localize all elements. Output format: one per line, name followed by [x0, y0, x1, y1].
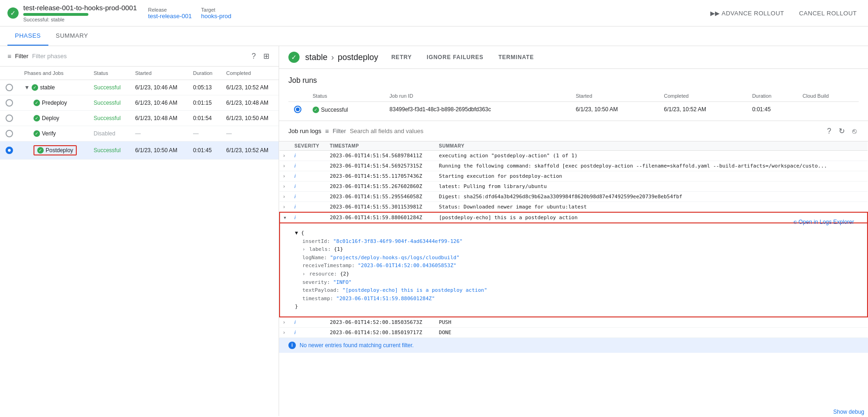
- jr-col-cloud-build: Cloud Build: [797, 90, 859, 102]
- log-table: SEVERITY TIMESTAMP SUMMARY › i 2023-06-0…: [279, 141, 868, 338]
- log-section: Job run logs ≡ Filter ? ↻ ⎋ SEVERITY: [279, 121, 868, 416]
- table-row[interactable]: ✓ Postdeploy Successful 6/1/23, 10:50 AM…: [0, 141, 279, 160]
- log-row[interactable]: › i 2023-06-01T14:51:54.569257315Z Runni…: [280, 161, 868, 171]
- expand-icon[interactable]: ›: [283, 194, 285, 199]
- release-link[interactable]: test-release-001: [148, 13, 192, 20]
- log-filter-bar: Job run logs ≡ Filter ? ↻ ⎋: [279, 121, 868, 141]
- target-link[interactable]: hooks-prod: [201, 13, 231, 20]
- log-severity: i: [294, 319, 295, 325]
- success-check-icon: ✓: [7, 7, 19, 19]
- log-row[interactable]: › i 2023-06-01T14:51:55.117057436Z Start…: [280, 171, 868, 182]
- header-meta: Release test-release-001 Target hooks-pr…: [148, 7, 231, 20]
- log-summary: Running the following command: skaffold …: [435, 161, 868, 171]
- log-help-icon-button[interactable]: ?: [825, 125, 833, 137]
- verify-completed: —: [220, 126, 279, 141]
- phases-table: Phases and Jobs Status Started Duration …: [0, 67, 279, 160]
- log-row-expanded[interactable]: ▾ i 2023-06-01T14:51:59.880601284Z [post…: [280, 212, 868, 223]
- tab-phases[interactable]: PHASES: [7, 27, 48, 46]
- radio-stable[interactable]: [6, 84, 13, 91]
- phase-check-icon: ✓: [288, 52, 300, 63]
- log-timestamp: 2023-06-01T14:52:00.185019717Z: [326, 327, 435, 337]
- help-icon-button[interactable]: ?: [250, 50, 258, 62]
- log-search-input[interactable]: [350, 128, 821, 135]
- terminate-button[interactable]: TERMINATE: [494, 52, 537, 62]
- stable-duration: 0:05:13: [187, 80, 220, 95]
- log-summary: DONE: [435, 327, 868, 337]
- log-timestamp: 2023-06-01T14:51:55.301153981Z: [326, 202, 435, 213]
- phases-table-header: Phases and Jobs Status Started Duration …: [0, 67, 279, 80]
- log-row[interactable]: › i 2023-06-01T14:52:00.185035673Z PUSH: [280, 317, 868, 328]
- verify-status: Disabled: [93, 130, 115, 137]
- log-row[interactable]: › i 2023-06-01T14:51:55.301153981Z Statu…: [280, 202, 868, 213]
- tab-summary[interactable]: SUMMARY: [48, 27, 96, 46]
- phase-name-stable: ▼ ✓ stable: [24, 84, 82, 91]
- table-row[interactable]: ▼ ✓ stable Successful 6/1/23, 10:46 AM 0…: [0, 80, 279, 95]
- log-field-logName: logName: "projects/deploy-hooks-qs/logs/…: [302, 254, 852, 262]
- log-timestamp: 2023-06-01T14:52:00.185035673Z: [326, 317, 435, 328]
- expand-icon[interactable]: ›: [283, 184, 285, 189]
- radio-deploy[interactable]: [6, 114, 13, 122]
- radio-verify[interactable]: [6, 130, 13, 137]
- log-row[interactable]: › i 2023-06-01T14:51:55.295546058Z Diges…: [280, 192, 868, 202]
- verify-label: Verify: [42, 130, 56, 137]
- predeploy-completed: 6/1/23, 10:48 AM: [220, 95, 279, 111]
- log-row[interactable]: › i 2023-06-01T14:52:00.185019717Z DONE: [280, 327, 868, 337]
- job-run-duration: 0:01:45: [747, 102, 797, 117]
- log-row[interactable]: › i 2023-06-01T14:51:54.568978411Z execu…: [280, 151, 868, 161]
- expand-icon[interactable]: ›: [283, 204, 285, 209]
- log-field-resource[interactable]: › resource: {2}: [302, 270, 852, 278]
- job-runs-section: Job runs Status Job run ID Started Compl…: [279, 69, 868, 121]
- status-text: Successful: stable: [23, 17, 137, 22]
- expand-stable-arrow[interactable]: ▼: [24, 84, 30, 91]
- log-col-severity: SEVERITY: [291, 141, 326, 151]
- expand-icon[interactable]: ›: [283, 153, 285, 158]
- filter-input[interactable]: [32, 53, 246, 60]
- phase-name-predeploy: ✓ Predeploy: [33, 100, 82, 106]
- job-run-row[interactable]: ✓ Successful 83499ef3-f3d1-48c3-b898-269…: [288, 102, 859, 117]
- header-left: ✓ test-release-001-to-hooks-prod-0001 Su…: [7, 4, 137, 22]
- job-run-status-text: Successful: [321, 107, 348, 113]
- expand-icon[interactable]: ›: [283, 174, 285, 179]
- expand-icon[interactable]: ›: [283, 163, 285, 168]
- advance-rollout-button[interactable]: ▶▶ ADVANCE ROLLOUT: [707, 7, 788, 20]
- expand-icon[interactable]: ›: [283, 330, 285, 335]
- stable-completed: 6/1/23, 10:52 AM: [220, 80, 279, 95]
- table-row[interactable]: ✓ Verify Disabled — — —: [0, 126, 279, 141]
- job-run-selector[interactable]: [294, 106, 301, 113]
- log-timestamp: 2023-06-01T14:51:59.880601284Z: [326, 212, 435, 223]
- log-external-link-icon-button[interactable]: ⎋: [850, 125, 859, 137]
- log-detail-brace-close: }: [295, 303, 852, 311]
- radio-predeploy[interactable]: [6, 99, 13, 107]
- release-title: test-release-001-to-hooks-prod-0001: [23, 4, 137, 12]
- postdeploy-check-icon: ✓: [37, 147, 44, 154]
- log-field-insertId: insertId: "8c01c16f-3f83-46f9-904f-4ad63…: [302, 237, 852, 246]
- log-title: Job run logs: [288, 128, 321, 135]
- job-run-started: 6/1/23, 10:50 AM: [570, 102, 659, 117]
- radio-postdeploy[interactable]: [6, 147, 13, 154]
- tabs: PHASES SUMMARY: [0, 27, 868, 46]
- retry-button[interactable]: RETRY: [387, 52, 415, 62]
- job-runs-table: Status Job run ID Started Completed Dura…: [288, 90, 859, 117]
- ignore-failures-button[interactable]: IGNORE FAILURES: [423, 52, 487, 62]
- logs-container[interactable]: SEVERITY TIMESTAMP SUMMARY › i 2023-06-0…: [279, 141, 868, 416]
- job-runs-table-header: Status Job run ID Started Completed Dura…: [288, 90, 859, 102]
- cancel-rollout-button[interactable]: CANCEL ROLLOUT: [795, 7, 861, 20]
- no-newer-entries-bar: i No newer entries found matching curren…: [279, 338, 868, 353]
- expand-icon[interactable]: ▾: [284, 215, 286, 220]
- table-row[interactable]: ✓ Deploy Successful 6/1/23, 10:48 AM 0:0…: [0, 111, 279, 126]
- columns-icon-button[interactable]: ⊞: [261, 50, 271, 62]
- log-timestamp: 2023-06-01T14:51:55.117057436Z: [326, 171, 435, 182]
- log-field-labels[interactable]: › labels: {1}: [302, 245, 852, 254]
- phase-name-postdeploy: ✓ Postdeploy: [33, 145, 82, 155]
- expand-icon[interactable]: ›: [283, 320, 285, 325]
- log-refresh-icon-button[interactable]: ↻: [837, 125, 847, 137]
- log-filter-label: Filter: [333, 128, 346, 135]
- predeploy-label: Predeploy: [42, 100, 67, 106]
- show-debug-link[interactable]: Show debug: [829, 407, 868, 416]
- table-row[interactable]: ✓ Predeploy Successful 6/1/23, 10:46 AM …: [0, 95, 279, 111]
- postdeploy-status: Successful: [93, 147, 120, 154]
- right-panel: ✓ stable › postdeploy RETRY IGNORE FAILU…: [279, 46, 868, 416]
- log-row[interactable]: › i 2023-06-01T14:51:55.267602860Z lates…: [280, 182, 868, 192]
- open-logs-explorer-link[interactable]: ⎋ Open in Logs Explorer: [794, 218, 854, 227]
- log-severity: i: [294, 173, 295, 179]
